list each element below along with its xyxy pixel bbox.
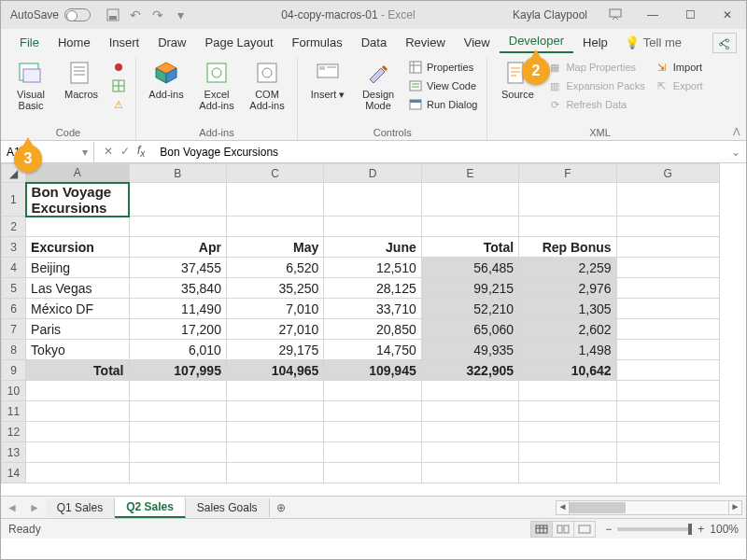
cell[interactable] [616,401,719,422]
zoom-slider[interactable] [617,527,692,531]
cell[interactable]: Rep Bonus [519,237,616,258]
cell[interactable] [421,381,518,401]
cell[interactable] [519,381,616,401]
cell[interactable] [324,183,421,217]
run-dialog-button[interactable]: Run Dialog [406,96,479,113]
cell[interactable]: 2,602 [519,319,616,340]
user-name[interactable]: Kayla Claypool [503,8,597,21]
horizontal-scrollbar[interactable]: ◄ ► [556,500,742,515]
zoom-level[interactable]: 100% [710,523,739,536]
cell[interactable]: Beijing [26,258,129,278]
cell[interactable] [226,442,323,463]
cell[interactable]: 107,995 [129,360,226,381]
cell[interactable] [226,401,323,422]
cell[interactable] [421,183,518,217]
cell[interactable] [616,319,719,340]
cell[interactable]: 99,215 [421,278,518,299]
tab-view[interactable]: View [455,32,500,53]
sheet-tab-goals[interactable]: Sales Goals [186,498,270,517]
row-header[interactable]: 1 [2,183,26,217]
cell[interactable]: Apr [129,237,226,258]
cell[interactable] [26,381,129,401]
view-code-button[interactable]: View Code [406,77,479,94]
tab-scroll-left-icon[interactable]: ◄ [1,501,23,514]
save-icon[interactable] [106,7,120,22]
cell[interactable] [26,401,129,422]
row-header[interactable]: 11 [2,401,26,422]
cell[interactable]: 17,200 [129,319,226,340]
maximize-icon[interactable]: ☐ [671,1,709,29]
row-header[interactable]: 2 [2,217,26,237]
col-header-d[interactable]: D [324,164,421,183]
cell[interactable] [616,299,719,319]
cell[interactable]: 14,750 [324,340,421,360]
cell[interactable]: México DF [26,299,129,319]
cell[interactable]: 27,010 [226,319,323,340]
cell[interactable] [421,422,518,442]
cell[interactable]: May [226,237,323,258]
cell[interactable] [519,463,616,483]
view-page-layout-button[interactable] [552,521,574,538]
cell[interactable] [324,442,421,463]
minimize-icon[interactable]: — [634,1,671,29]
fx-icon[interactable]: fx [137,144,145,159]
cell[interactable]: 10,642 [519,360,616,381]
cell[interactable]: 109,945 [324,360,421,381]
zoom-out-button[interactable]: − [605,523,612,536]
cell[interactable] [226,381,323,401]
cell[interactable] [519,442,616,463]
cell[interactable]: 28,125 [324,278,421,299]
tab-review[interactable]: Review [396,32,455,53]
cell[interactable]: 6,010 [129,340,226,360]
cell[interactable] [616,278,719,299]
view-normal-button[interactable] [530,521,553,538]
cancel-formula-icon[interactable]: ✕ [104,145,113,158]
cell[interactable] [616,340,719,360]
cell[interactable]: 33,710 [324,299,421,319]
scrollbar-thumb[interactable] [570,502,626,513]
row-header[interactable]: 10 [2,381,26,401]
cell[interactable]: 1,498 [519,340,616,360]
cell[interactable] [129,422,226,442]
cell[interactable] [129,401,226,422]
tab-file[interactable]: File [10,32,49,53]
cell[interactable] [421,217,518,237]
tab-draw[interactable]: Draw [148,32,195,53]
close-icon[interactable]: ✕ [709,1,746,29]
insert-control-button[interactable]: Insert ▾ [305,59,350,101]
collapse-ribbon-icon[interactable]: ᐱ [733,126,740,138]
relative-refs-button[interactable] [109,77,128,94]
scroll-right-icon[interactable]: ► [728,501,741,514]
col-header-a[interactable]: A [26,164,129,183]
cell[interactable]: 2,976 [519,278,616,299]
cell[interactable] [324,422,421,442]
row-header[interactable]: 12 [2,422,26,442]
com-addins-button[interactable]: COM Add-ins [245,59,289,111]
cell[interactable]: June [324,237,421,258]
cell[interactable] [226,217,323,237]
cell[interactable] [129,442,226,463]
cell[interactable]: Total [421,237,518,258]
view-page-break-button[interactable] [573,521,596,538]
cell[interactable] [421,401,518,422]
cell[interactable] [616,217,719,237]
formula-input[interactable]: Bon Voyage Excursions [154,146,726,159]
cell[interactable]: 11,490 [129,299,226,319]
cell[interactable] [226,422,323,442]
row-header[interactable]: 9 [2,360,26,381]
cell[interactable] [519,422,616,442]
row-header[interactable]: 3 [2,237,26,258]
scroll-left-icon[interactable]: ◄ [557,501,570,514]
cell[interactable] [26,442,129,463]
cell[interactable] [129,217,226,237]
cell[interactable] [616,422,719,442]
cell[interactable] [226,463,323,483]
cell[interactable] [421,442,518,463]
cell[interactable] [26,463,129,483]
macro-security-button[interactable]: ⚠ [109,96,128,113]
cell[interactable]: 12,510 [324,258,421,278]
cell[interactable]: 6,520 [226,258,323,278]
row-header[interactable]: 4 [2,258,26,278]
tab-data[interactable]: Data [352,32,396,53]
cell[interactable] [421,463,518,483]
